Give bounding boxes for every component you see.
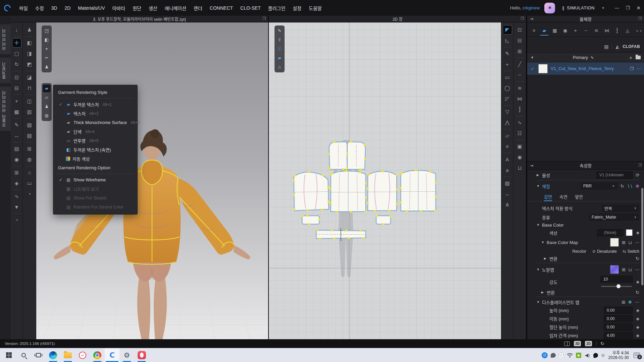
measure-tool-button[interactable]: ↔: [12, 131, 21, 140]
caret-right-icon[interactable]: ▶: [541, 291, 547, 294]
menu-item-5[interactable]: 아바타: [108, 3, 129, 13]
avatar-pose-tool-button[interactable]: ♟: [25, 25, 34, 34]
menu-item-3[interactable]: 2D: [61, 3, 74, 13]
tile-grid-icon[interactable]: ⊞: [622, 240, 626, 245]
physical-preset-input[interactable]: V1 (Unknown: [596, 172, 633, 179]
volume-icon[interactable]: ◀): [584, 353, 590, 358]
polygon-pattern-tool-button[interactable]: ◸: [503, 95, 512, 103]
menu-item-12[interactable]: 플러그인: [264, 3, 289, 13]
texture-mode-dropdown[interactable]: 반복▼: [602, 204, 639, 212]
username-link[interactable]: crkginew: [523, 5, 540, 10]
refresh-view-icon[interactable]: ↻: [600, 341, 604, 346]
sparkle-icon[interactable]: ✻: [636, 184, 639, 189]
add-fabric-icon[interactable]: ▤: [604, 44, 608, 49]
reset-icon[interactable]: ↻: [636, 256, 639, 261]
refresh-icon[interactable]: ⟳: [636, 173, 639, 178]
view-cube-icon[interactable]: ◳: [43, 27, 51, 35]
measure-2d-tool-button[interactable]: ↔: [503, 190, 512, 198]
detach-window-icon[interactable]: ❐: [521, 16, 524, 21]
pattern-body-front[interactable]: [331, 171, 366, 212]
objtab-topstitch-icon[interactable]: ┄: [582, 26, 590, 36]
property-scrollbar[interactable]: [641, 188, 643, 285]
chevron-left-icon[interactable]: ◂: [636, 28, 638, 33]
pleats-tool-button[interactable]: ⋔: [503, 200, 512, 209]
settings-app-button[interactable]: ⚙: [119, 348, 134, 362]
more-options-icon[interactable]: ⋯: [635, 267, 639, 272]
menu-item-8[interactable]: 애니메이션: [161, 3, 190, 13]
more-options-icon[interactable]: ⋯: [635, 300, 639, 305]
fabric-list-item-selected[interactable]: ✓ V1_Cut_Sew_Knit_Fleece_Terry ❐ ⋯: [527, 62, 644, 75]
add-fabric-button[interactable]: +: [629, 55, 632, 60]
simulation-mode-selector[interactable]: ∨∨ SIMULATION ▼: [562, 5, 604, 10]
material-type-dropdown[interactable]: PBR▼: [581, 182, 617, 190]
layer-garment-tool-button[interactable]: ◫: [25, 97, 34, 106]
snipping-tool-button[interactable]: ✂: [75, 348, 90, 362]
caret-down-icon[interactable]: ▼: [537, 184, 542, 188]
menu-item-texture[interactable]: ▰ 텍스처 Alt+2: [53, 109, 137, 118]
pin-view-toggle[interactable]: ⌖: [43, 45, 51, 53]
file-explorer-button[interactable]: [60, 348, 75, 362]
disabled-status-icon[interactable]: ⊗: [601, 353, 605, 358]
objtab-puckering-icon[interactable]: ≋: [592, 26, 600, 36]
trace-pattern-tool-button[interactable]: ≡: [503, 142, 512, 151]
keyframe-diamond-icon[interactable]: ◈: [633, 230, 639, 235]
drape-garment-tool-button[interactable]: ◧: [25, 39, 34, 47]
texture-editor-tool-button[interactable]: ▨: [503, 179, 512, 188]
caret-down-icon[interactable]: ▼: [537, 300, 542, 304]
tab-edge-side[interactable]: 옆면: [575, 193, 583, 201]
type-dropdown[interactable]: Fabric_Matte▼: [589, 214, 639, 221]
sidebar-tab-favorites[interactable]: 즐겨찾기: [0, 58, 11, 83]
pattern-sleeve-right[interactable]: [368, 171, 397, 210]
menu-item-thick-texture-inner[interactable]: ◧ 두꺼운 텍스처 (속면): [53, 145, 137, 154]
notification-center-button[interactable]: 2: [634, 353, 640, 358]
menu-item-1[interactable]: 수정: [32, 3, 48, 13]
annotation-text-tool-button[interactable]: A: [503, 155, 512, 164]
pattern-hood-right[interactable]: [347, 142, 365, 169]
sewing-machine-tool-button[interactable]: ⊡: [12, 73, 21, 82]
viewport-2d[interactable]: .pp{fill:#f8f7f2;stroke:#8ab0c9;stroke-w…: [269, 22, 501, 339]
menu-item-2[interactable]: 3D: [48, 3, 61, 13]
objtab-fabric-icon[interactable]: ▰: [540, 26, 548, 36]
pattern-3d-tool-button[interactable]: ▧: [25, 131, 34, 140]
trash-icon[interactable]: ⊔: [629, 267, 632, 272]
objtab-zipper-icon[interactable]: ┇: [613, 26, 621, 36]
tab-front-side[interactable]: 겉면: [544, 193, 552, 201]
strength-input[interactable]: 10: [600, 276, 633, 283]
dart-tool-button[interactable]: ▽: [503, 108, 512, 116]
menu-item-6[interactable]: 원단: [129, 3, 145, 13]
chevron-right-icon[interactable]: ▸: [640, 28, 642, 33]
more-options-icon[interactable]: ⋯: [635, 240, 639, 245]
menu-item-solid-color[interactable]: ▰ 단색 Alt+4: [53, 127, 137, 136]
rename-pencil-icon[interactable]: ✎: [591, 56, 594, 60]
pattern-hood-left[interactable]: [329, 142, 347, 169]
clofab-label[interactable]: CLOFAB: [623, 44, 640, 49]
basting-tool-button[interactable]: ⊔: [515, 164, 524, 172]
task-view-button[interactable]: [31, 348, 46, 362]
magnet-tool-button[interactable]: ◔: [12, 216, 21, 225]
sidebar-tab-library[interactable]: 라이브러리: [0, 24, 11, 54]
menu-item-9[interactable]: 렌더: [190, 3, 206, 13]
lift-pattern-icon[interactable]: ⇧: [276, 36, 284, 44]
search-button[interactable]: [16, 348, 31, 362]
switch-button[interactable]: ⇆Switch: [623, 249, 639, 254]
taskbar-clock[interactable]: 오후 4:34 2026-01-30: [608, 351, 629, 360]
menu-item-4[interactable]: Materials/UV: [74, 3, 108, 13]
select-pattern-tool-button[interactable]: ◤: [503, 25, 512, 34]
reset-icon[interactable]: ↻: [636, 290, 639, 295]
pattern-cuff-right[interactable]: [376, 216, 391, 224]
edge-app-button[interactable]: [46, 348, 60, 362]
viewport-3d[interactable]: ◳◧⌖✂♟ ▰▱♟◍ Garment Rendering Style ✓▰ 두꺼…: [36, 22, 268, 339]
menu-item-auto-color[interactable]: 자동 색상: [53, 154, 137, 163]
reset-icon[interactable]: ↻: [621, 184, 624, 189]
desaturate-button[interactable]: ⊘Desaturate: [592, 249, 617, 254]
environment-globe-button[interactable]: ◍: [43, 112, 51, 120]
elastic-tool-button[interactable]: ≋: [515, 84, 524, 93]
start-button[interactable]: [1, 348, 16, 362]
avatar-render-style-button[interactable]: ♟: [43, 103, 51, 111]
pattern-body-back[interactable]: [401, 170, 436, 211]
dock-arrow-icon[interactable]: ⇥: [530, 16, 533, 21]
objtab-trim-icon[interactable]: ⋈: [603, 26, 611, 36]
nvidia-tray-icon[interactable]: ◉: [576, 353, 581, 358]
free-sewing-2d-tool-button[interactable]: ⊟: [515, 36, 524, 45]
pin-tool-button[interactable]: ⌖: [12, 97, 21, 106]
